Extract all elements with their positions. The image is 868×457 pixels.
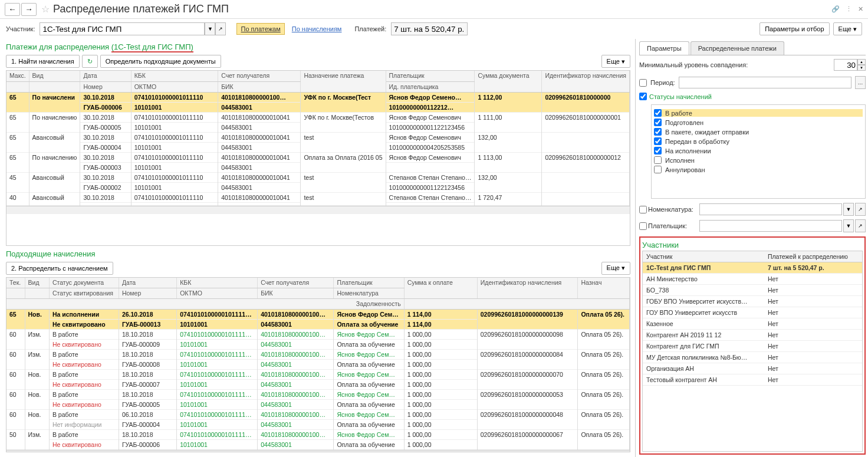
- participants-title: Участники: [642, 241, 863, 249]
- status-item[interactable]: На исполнении: [654, 147, 863, 154]
- more-button-grid2[interactable]: Еще ▾: [601, 262, 630, 275]
- params-filter-button[interactable]: Параметры и отбор: [760, 22, 829, 35]
- table-row[interactable]: 60Нов.В работе18.10.20180741010100000101…: [6, 390, 630, 400]
- tab-by-charges[interactable]: По начислениям: [292, 25, 342, 32]
- close-icon[interactable]: ✕: [858, 5, 863, 13]
- section2-title: Подходящие начисления: [6, 249, 630, 258]
- table-row[interactable]: 60Нов.В работе06.10.20180741010100000101…: [6, 410, 630, 420]
- section1-title: Платежи для распределения (1C-Test для Г…: [6, 42, 630, 51]
- link-icon[interactable]: 🔗: [831, 5, 840, 13]
- participant-row[interactable]: ГОУ ВПО Университет искусствНет: [643, 307, 862, 318]
- back-button[interactable]: ←: [5, 3, 20, 16]
- min-match-input[interactable]: [834, 59, 857, 71]
- table-row[interactable]: 45Авансовый30.10.20180741010100000101111…: [6, 172, 630, 182]
- refresh-button[interactable]: ↻: [82, 55, 98, 68]
- status-item[interactable]: Аннулирован: [654, 166, 863, 173]
- titlebar: ← → ☆ Распределение платежей ГИС ГМП 🔗 ⋮…: [0, 0, 868, 19]
- nomen-checkbox[interactable]: [639, 206, 647, 213]
- participant-row[interactable]: ГОБУ ВПО Университет искусств…Нет: [643, 296, 862, 307]
- participant-row[interactable]: АН МинистерствоНет: [643, 274, 862, 285]
- period-picker[interactable]: …: [855, 76, 866, 89]
- spin-up[interactable]: ▲: [857, 59, 866, 65]
- nomen-dropdown[interactable]: ▼: [843, 203, 854, 216]
- participant-open[interactable]: ↗: [215, 22, 226, 35]
- payer-dropdown[interactable]: ▼: [843, 219, 854, 232]
- participant-row[interactable]: Организация АННет: [643, 363, 862, 374]
- nomen-input[interactable]: [699, 203, 842, 215]
- toolbar: Участник: ▼ ↗ По платежам По начислениям…: [0, 19, 868, 39]
- matching-docs-button[interactable]: Определить подходящие документы: [100, 55, 221, 68]
- table-row[interactable]: 40Авансовый30.10.20180741010100000101111…: [6, 192, 630, 202]
- participant-label: Участник:: [6, 25, 35, 32]
- more-button-top[interactable]: Еще ▾: [833, 22, 862, 35]
- tab-by-payments[interactable]: По платежам: [236, 23, 284, 35]
- tab-params[interactable]: Параметры: [639, 41, 689, 55]
- star-icon[interactable]: ☆: [41, 4, 50, 15]
- participant-row[interactable]: КазенноеНет: [643, 318, 862, 330]
- status-item[interactable]: Подготовлен: [654, 119, 863, 126]
- payments-label: Платежей:: [354, 25, 386, 32]
- participant-row[interactable]: БО_738Нет: [643, 285, 862, 296]
- participant-dropdown[interactable]: ▼: [205, 22, 215, 35]
- table-row[interactable]: 60Изм.В работе18.10.20180741010100000101…: [6, 350, 630, 360]
- statuses-list: В работе Подготовлен В пакете, ожидает о…: [651, 104, 866, 199]
- payments-grid[interactable]: Макс.Вид ДатаКБК Счет получателяНазначен…: [6, 70, 630, 246]
- table-row[interactable]: 60Изм.В работе18.10.20180741010100000101…: [6, 330, 630, 340]
- status-item[interactable]: В работе: [654, 109, 863, 117]
- table-row[interactable]: 50Изм.В работе18.10.20180741010100000101…: [6, 430, 630, 440]
- period-input[interactable]: [679, 77, 851, 88]
- table-row[interactable]: 65Нов.На исполнении26.10.201807410101000…: [6, 310, 630, 320]
- table-row[interactable]: 65По начислени30.10.20180741010100000101…: [6, 92, 630, 102]
- payer-checkbox[interactable]: [639, 222, 647, 230]
- find-charges-button[interactable]: 1. Найти начисления: [6, 55, 80, 68]
- participant-row[interactable]: Контрагент АН 2019 11 12Нет: [643, 330, 862, 341]
- page-title: Распределение платежей ГИС ГМП: [53, 3, 831, 15]
- spin-down[interactable]: ▼: [857, 65, 866, 71]
- participant-row[interactable]: МУ Детская поликлиника №8-Бю…Нет: [643, 352, 862, 363]
- status-item[interactable]: Исполнен: [654, 156, 863, 164]
- participant-row[interactable]: Контрагент для ГИС ГМПНет: [643, 341, 862, 352]
- period-checkbox[interactable]: [639, 79, 647, 87]
- menu-icon[interactable]: ⋮: [846, 5, 852, 13]
- charges-grid[interactable]: Тек.Вид Статус документаДата КБКСчет пол…: [6, 277, 630, 453]
- payer-open[interactable]: ↗: [855, 219, 866, 232]
- table-row[interactable]: 60Нов.В работе18.10.20180741010100000101…: [6, 370, 630, 380]
- distribute-button[interactable]: 2. Распределить с начислением: [6, 262, 113, 275]
- nomen-open[interactable]: ↗: [855, 203, 866, 216]
- participants-table[interactable]: УчастникПлатежей к распределению1C-Test …: [642, 251, 863, 452]
- tab-distributed[interactable]: Распределенные платежи: [691, 41, 784, 55]
- participant-row[interactable]: 1C-Test для ГИС ГМП7 шт. на 5 520,47 р.: [643, 262, 862, 274]
- payments-info: [391, 22, 468, 35]
- statuses-checkbox[interactable]: [639, 93, 647, 100]
- min-match-label: Минимальный уровень совпадения:: [639, 61, 830, 68]
- table-row[interactable]: 65По начислению30.10.2018074101010000010…: [6, 152, 630, 162]
- table-row[interactable]: 65По начислению30.10.2018074101010000010…: [6, 112, 630, 122]
- payer-input[interactable]: [699, 220, 842, 232]
- forward-button[interactable]: →: [21, 3, 37, 16]
- table-row[interactable]: 65Авансовый30.10.20180741010100000101111…: [6, 132, 630, 142]
- participant-row[interactable]: Тестовый контрагент АННет: [643, 374, 862, 386]
- status-item[interactable]: Передан в обработку: [654, 137, 863, 145]
- status-item[interactable]: В пакете, ожидает отправки: [654, 128, 863, 136]
- more-button-grid1[interactable]: Еще ▾: [601, 55, 630, 68]
- participant-input[interactable]: [40, 22, 205, 35]
